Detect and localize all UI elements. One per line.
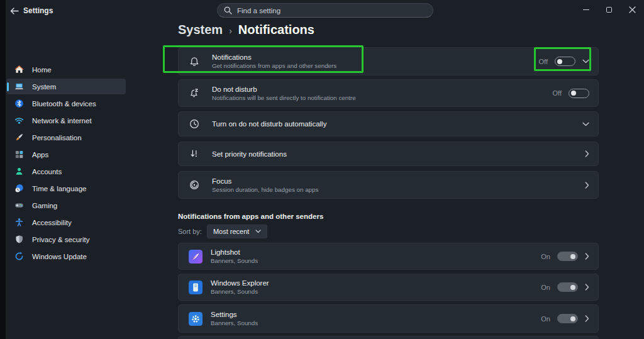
apps-icon [14,150,24,159]
chevron-down-icon[interactable] [582,59,589,64]
app-subtitle: Banners, Sounds [211,257,258,264]
search-box[interactable] [217,3,433,18]
sidebar-item-gaming[interactable]: Gaming [6,197,126,213]
app-name: Lightshot [211,248,258,256]
priority-notifications-row[interactable]: Set priority notifications [178,142,599,166]
minimize-icon [583,9,589,10]
dnd-automatic-row[interactable]: Turn on do not disturb automatically [178,111,599,136]
sidebar-item-network-internet[interactable]: Network & internet [6,113,126,128]
breadcrumb-parent[interactable]: System [178,23,223,37]
windows-explorer-app-icon [189,281,203,294]
sidebar-item-label: Home [32,66,52,74]
notifications-row[interactable]: Notifications Get notifications from app… [178,47,599,75]
dnd-toggle[interactable] [569,89,589,98]
row-title: Notifications [212,53,336,61]
row-subtitle: Notifications will be sent directly to n… [212,94,356,101]
sort-row: Sort by: Most recent [178,225,267,238]
lightshot-app-icon [189,250,203,264]
app-state-label: On [541,253,550,260]
chevron-down-icon[interactable] [582,122,589,126]
sidebar-item-label: Accessibility [32,219,72,226]
sidebar-item-system[interactable]: System [6,79,126,94]
chevron-right-icon[interactable] [585,150,589,157]
settings-toggle[interactable] [557,314,578,323]
maximize-button[interactable] [597,0,621,19]
sidebar-item-label: Apps [32,151,48,158]
toggle-knob [571,91,576,96]
sidebar-item-bluetooth-devices[interactable]: Bluetooth & devices [6,96,126,111]
app-state-label: On [541,315,550,323]
sidebar-item-label: Accounts [32,168,62,175]
apps-section-header: Notifications from apps and other sender… [178,213,323,220]
minimize-button[interactable] [574,0,597,19]
sidebar-item-windows-update[interactable]: Windows Update [6,248,126,264]
app-row-lightshot[interactable]: Lightshot Banners, Sounds On [178,243,599,270]
focus-icon [189,179,200,191]
close-button[interactable] [621,0,644,19]
row-subtitle: Get notifications from apps and other se… [212,62,336,69]
chevron-right-icon[interactable] [585,253,589,260]
toggle-knob [570,316,575,321]
sidebar: Home System Bluetooth & devices Network … [6,62,126,265]
dnd-state-label: Off [553,89,562,97]
sidebar-item-time-language[interactable]: Time & language [6,181,126,196]
accessibility-icon [14,218,24,227]
search-icon [224,6,232,14]
toggle-knob [557,59,562,64]
sort-by-label: Sort by: [178,228,202,235]
privacy-icon [14,235,24,244]
sidebar-item-accounts[interactable]: Accounts [6,164,126,179]
bell-icon [189,56,200,67]
app-row-windows-explorer[interactable]: Windows Explorer Banners, Sounds On [178,274,599,301]
sidebar-item-label: Gaming [32,202,57,209]
sidebar-item-privacy-security[interactable]: Privacy & security [6,231,126,247]
bell-sleep-icon [189,87,200,99]
app-state-label: On [541,284,550,291]
clock-auto-icon [189,118,200,130]
sidebar-item-label: Time & language [32,185,87,192]
network-icon [14,116,24,125]
settings-app-icon [189,312,203,326]
chevron-right-icon[interactable] [585,182,589,189]
app-subtitle: Banners, Sounds [211,320,258,326]
left-edge-strip [0,0,6,339]
sort-dropdown[interactable]: Most recent [207,225,267,238]
chevron-right-icon[interactable] [585,284,589,291]
row-title: Set priority notifications [212,150,287,158]
priority-icon [189,148,200,160]
selected-accent-bar [7,82,9,91]
app-row-settings[interactable]: Settings Banners, Sounds On [178,304,599,333]
back-button[interactable] [8,5,21,16]
row-title: Focus [212,177,318,185]
search-input[interactable] [237,7,426,14]
row-title: Turn on do not disturb automatically [212,120,326,128]
sidebar-item-personalisation[interactable]: Personalisation [6,130,126,145]
maximize-icon [606,7,612,13]
personalisation-icon [14,133,24,142]
app-name: Windows Explorer [211,279,269,287]
sidebar-item-apps[interactable]: Apps [6,147,126,162]
windows-update-icon [14,252,24,261]
lightshot-toggle[interactable] [557,252,578,261]
breadcrumb-separator: › [229,26,232,36]
app-name: Settings [211,311,258,318]
sidebar-item-home[interactable]: Home [6,62,126,77]
close-icon [629,6,636,13]
toggle-knob [570,254,575,259]
sidebar-item-label: Bluetooth & devices [32,100,96,108]
sidebar-item-label: Privacy & security [32,236,89,243]
sidebar-item-accessibility[interactable]: Accessibility [6,214,126,230]
sidebar-item-label: Personalisation [32,134,82,142]
notifications-toggle[interactable] [555,57,575,66]
sidebar-item-label: Windows Update [32,253,87,260]
windows-explorer-toggle[interactable] [557,282,578,292]
app-row-partial[interactable] [178,336,599,339]
toggle-knob [570,285,575,290]
focus-row[interactable]: Focus Session duration, hide badges on a… [178,171,599,199]
chevron-right-icon[interactable] [585,315,589,322]
row-subtitle: Session duration, hide badges on apps [212,186,318,193]
breadcrumb: System › Notifications [178,23,314,37]
sidebar-item-label: Network & internet [32,117,92,125]
do-not-disturb-row[interactable]: Do not disturb Notifications will be sen… [178,79,599,107]
home-icon [14,65,24,74]
